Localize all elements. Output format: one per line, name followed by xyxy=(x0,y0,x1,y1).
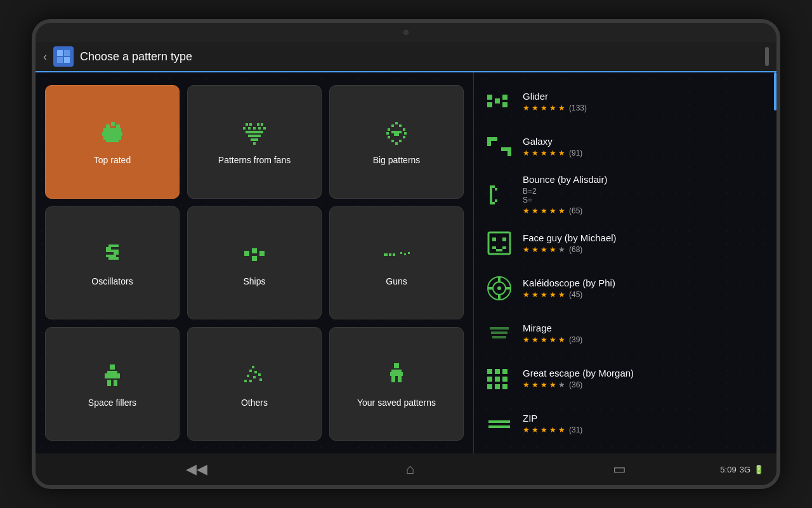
svg-rect-113 xyxy=(502,384,508,389)
list-item-mirage[interactable]: Mirage ★ ★ ★ ★ ★ (39) xyxy=(474,311,776,356)
face-guy-name: Face guy (by Michael) xyxy=(523,232,769,243)
card-your-saved-patterns[interactable]: Your saved patterns xyxy=(329,327,464,441)
svg-rect-38 xyxy=(108,244,119,247)
card-patterns-from-fans[interactable]: Patterns from fans xyxy=(187,85,322,199)
pattern-grid: Top rated xyxy=(36,72,473,453)
svg-rect-5 xyxy=(111,122,115,126)
svg-rect-77 xyxy=(495,98,500,104)
great-escape-count: (36) xyxy=(569,380,582,389)
svg-rect-26 xyxy=(399,124,402,127)
kaleidoscope-count: (45) xyxy=(569,290,582,299)
bounce-stars: ★ ★ ★ ★ ★ (65) xyxy=(523,206,769,215)
svg-rect-4 xyxy=(106,124,110,128)
great-escape-name: Great escape (by Morgan) xyxy=(523,368,769,378)
back-button[interactable]: ‹ xyxy=(43,50,47,64)
card-label-oscillators: Oscillators xyxy=(91,276,133,286)
tablet: ‹ Choose a pattern type xyxy=(32,19,780,489)
list-item-great-escape[interactable]: Great escape (by Morgan) ★ ★ ★ ★ ★ (36) xyxy=(474,356,776,401)
header-title: Choose a pattern type xyxy=(80,50,192,64)
svg-rect-91 xyxy=(502,237,506,241)
svg-rect-23 xyxy=(253,142,256,145)
svg-rect-107 xyxy=(487,377,492,382)
glider-count: (133) xyxy=(569,104,587,112)
svg-rect-14 xyxy=(261,123,263,126)
svg-rect-78 xyxy=(502,95,508,100)
bounce-name: Bounce (by Alisdair) xyxy=(523,174,769,185)
svg-rect-117 xyxy=(488,425,494,428)
list-item-kaleidoscope[interactable]: Kaléidoscope (by Phi) ★ ★ ★ ★ ★ (45) xyxy=(474,265,776,311)
list-item-space-filler-4[interactable]: Space Filler 4 xyxy=(474,446,776,453)
card-top-rated[interactable]: Top rated xyxy=(45,85,180,199)
zip-count: (31) xyxy=(569,425,582,434)
mirage-name: Mirage xyxy=(523,323,769,333)
svg-rect-56 xyxy=(105,373,107,378)
svg-rect-15 xyxy=(243,127,246,130)
svg-rect-112 xyxy=(502,377,508,382)
glider-icon xyxy=(481,84,516,119)
svg-rect-103 xyxy=(491,331,508,334)
svg-rect-16 xyxy=(248,127,251,130)
kaleidoscope-info: Kaléidoscope (by Phi) ★ ★ ★ ★ ★ (45) xyxy=(523,277,769,299)
glider-name: Glider xyxy=(523,91,769,102)
card-space-fillers[interactable]: Space fillers xyxy=(45,327,180,441)
galaxy-icon xyxy=(481,129,516,164)
svg-rect-52 xyxy=(404,253,406,255)
svg-rect-8 xyxy=(102,132,122,136)
recent-nav-button[interactable]: ▭ xyxy=(613,461,626,478)
great-escape-icon xyxy=(481,361,516,396)
svg-rect-50 xyxy=(393,253,395,256)
svg-rect-9 xyxy=(103,136,121,140)
svg-rect-55 xyxy=(107,371,117,373)
svg-rect-116 xyxy=(505,420,510,423)
card-label-saved: Your saved patterns xyxy=(357,398,436,408)
galaxy-count: (91) xyxy=(569,149,582,157)
svg-rect-111 xyxy=(502,369,508,374)
list-item-zip[interactable]: ZIP ★ ★ ★ ★ ★ (31) xyxy=(474,401,776,446)
list-item-glider[interactable]: Glider ★ ★ ★ ★ ★ (133) xyxy=(474,79,776,124)
svg-rect-61 xyxy=(252,366,254,368)
svg-rect-106 xyxy=(495,369,500,374)
bounce-icon xyxy=(481,177,516,212)
svg-rect-29 xyxy=(386,132,389,135)
card-label-guns: Guns xyxy=(386,276,407,286)
card-guns[interactable]: Guns xyxy=(329,206,464,320)
galaxy-name: Galaxy xyxy=(523,136,769,147)
svg-rect-35 xyxy=(391,140,394,142)
svg-rect-22 xyxy=(251,138,258,141)
card-oscillators[interactable]: Oscillators xyxy=(45,206,180,320)
zip-info: ZIP ★ ★ ★ ★ ★ (31) xyxy=(523,413,769,434)
list-item-face-guy[interactable]: Face guy (by Michael) ★ ★ ★ ★ ★ (68) xyxy=(474,220,776,265)
back-nav-button[interactable]: ◀◀ xyxy=(186,461,207,478)
svg-rect-90 xyxy=(492,237,496,241)
card-big-patterns[interactable]: Big patterns xyxy=(329,85,464,199)
svg-rect-59 xyxy=(107,380,111,386)
svg-rect-2 xyxy=(57,57,63,63)
tablet-top-bar xyxy=(36,23,776,42)
card-others[interactable]: Others xyxy=(187,327,322,441)
mirage-count: (39) xyxy=(569,335,582,344)
ships-icon xyxy=(235,239,273,271)
svg-rect-72 xyxy=(390,372,403,376)
svg-rect-84 xyxy=(490,185,492,204)
svg-rect-71 xyxy=(391,370,402,372)
svg-rect-25 xyxy=(391,124,394,127)
svg-rect-47 xyxy=(259,251,265,256)
kaleidoscope-name: Kaléidoscope (by Phi) xyxy=(523,277,769,288)
svg-rect-74 xyxy=(398,376,402,382)
kaleidoscope-stars: ★ ★ ★ ★ ★ (45) xyxy=(523,290,769,299)
svg-rect-60 xyxy=(114,380,117,386)
list-item-galaxy[interactable]: Galaxy ★ ★ ★ ★ ★ (91) xyxy=(474,124,776,169)
card-label-fans: Patterns from fans xyxy=(218,155,291,165)
panel-scrollbar xyxy=(774,72,776,110)
svg-rect-7 xyxy=(103,128,121,132)
home-nav-button[interactable]: ⌂ xyxy=(406,461,414,478)
svg-rect-30 xyxy=(391,131,402,133)
svg-rect-88 xyxy=(495,199,497,202)
svg-rect-87 xyxy=(495,188,497,190)
card-ships[interactable]: Ships xyxy=(187,206,322,320)
list-item-bounce[interactable]: Bounce (by Alisdair) B=2S= ★ ★ ★ ★ ★ (65… xyxy=(474,169,776,220)
others-icon xyxy=(235,361,273,392)
svg-rect-43 xyxy=(108,257,119,260)
svg-rect-109 xyxy=(487,384,492,389)
svg-rect-19 xyxy=(263,127,266,130)
